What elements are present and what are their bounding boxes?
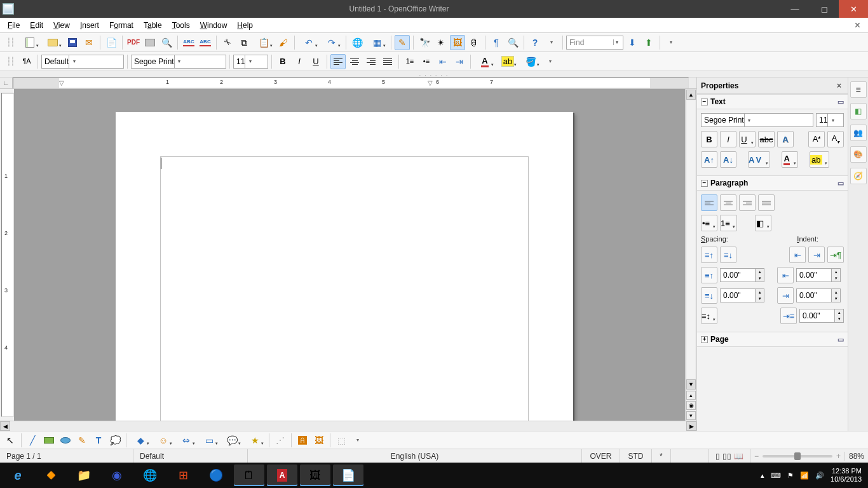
taskbar-photos-button[interactable]: 🖼	[300, 464, 330, 486]
stars-button[interactable]: ★	[244, 433, 266, 448]
italic-button[interactable]: I	[292, 54, 307, 69]
navigation-menu-button[interactable]: ◉	[686, 401, 696, 410]
properties-close-button[interactable]: ×	[834, 81, 844, 90]
help-button[interactable]: ?	[527, 35, 543, 50]
above-spacing-input[interactable]: ▴▾	[720, 268, 764, 282]
callouts-menu-button[interactable]: 💬	[221, 433, 243, 448]
panel-char-spacing-button[interactable]: AV	[748, 151, 770, 168]
paragraph-style-combo[interactable]: Default ▾	[41, 55, 124, 69]
nonprinting-chars-button[interactable]: ¶	[489, 35, 504, 50]
insert-table-button[interactable]: ▦	[366, 35, 388, 50]
page[interactable]	[116, 112, 573, 421]
panel-italic-button[interactable]: I	[720, 131, 736, 147]
find-prev-button[interactable]: ⬇	[625, 35, 640, 50]
document-close-button[interactable]: ×	[850, 20, 865, 31]
panel-underline-button[interactable]: U	[739, 131, 756, 147]
find-next-button[interactable]: ⬆	[641, 35, 656, 50]
next-page-nav-button[interactable]: ▾	[686, 411, 696, 420]
taskbar-ie-button[interactable]: e	[3, 464, 33, 486]
redo-button[interactable]: ↷	[321, 35, 342, 50]
toolbar-overflow-button[interactable]: ▾	[663, 35, 679, 50]
taskbar-notes-button[interactable]: 🗒	[234, 464, 264, 486]
panel-font-color-button[interactable]: A	[782, 151, 798, 168]
page-viewport[interactable]	[14, 89, 685, 421]
section-page-header[interactable]: + Page ▭	[697, 332, 848, 347]
increase-spacing-button[interactable]: ≡↑	[701, 247, 717, 263]
menu-edit[interactable]: Edit	[25, 19, 48, 32]
decrease-indent-button[interactable]: ⇤	[435, 54, 451, 69]
styles-window-button[interactable]: ¶A	[19, 54, 34, 69]
edit-file-button[interactable]: 📄	[104, 35, 119, 50]
prev-page-nav-button[interactable]: ▴	[686, 391, 696, 400]
numbered-list-button[interactable]: 1≡	[402, 54, 417, 69]
keyboard-icon[interactable]: ⌨	[771, 471, 781, 480]
flowchart-button[interactable]: ▭	[198, 433, 220, 448]
scroll-right-button[interactable]: ▶	[686, 421, 696, 431]
menu-help[interactable]: Help	[232, 19, 258, 32]
action-center-icon[interactable]: ⚑	[787, 471, 794, 480]
toolbar-overflow-button[interactable]: ▾	[543, 54, 558, 69]
toolbar-overflow-button[interactable]: ▾	[350, 433, 365, 448]
volume-icon[interactable]: 🔊	[815, 471, 824, 480]
open-button[interactable]	[42, 35, 64, 50]
panel-align-justify-button[interactable]	[758, 194, 775, 211]
sidebar-navigator-tab[interactable]: 🧭	[850, 168, 867, 184]
panel-superscript-button[interactable]: A▴	[808, 131, 825, 147]
panel-align-left-button[interactable]	[701, 194, 717, 211]
background-color-button[interactable]: 🪣	[520, 54, 541, 69]
status-style[interactable]: Default	[133, 449, 248, 463]
line-spacing-button[interactable]: ≡↕	[701, 308, 717, 324]
undo-button[interactable]: ↶	[298, 35, 320, 50]
zoom-button[interactable]: 🔍	[505, 35, 520, 50]
status-language[interactable]: English (USA)	[248, 449, 582, 463]
menu-view[interactable]: View	[48, 19, 75, 32]
line-tool-button[interactable]: ╱	[25, 433, 40, 448]
symbol-shapes-button[interactable]: ☺	[153, 433, 174, 448]
increase-indent-button[interactable]: ⇥	[808, 247, 825, 263]
scroll-left-button[interactable]: ◀	[0, 421, 10, 431]
spellcheck-button[interactable]: ABC	[181, 35, 196, 50]
hanging-indent-button[interactable]: ⇥¶	[827, 247, 844, 263]
email-button[interactable]: ✉	[81, 35, 97, 50]
underline-button[interactable]: U	[308, 54, 323, 69]
scroll-track[interactable]	[10, 421, 686, 431]
panel-highlight-button[interactable]: ab	[810, 151, 829, 168]
basic-shapes-button[interactable]: ◆	[130, 433, 151, 448]
tray-expand-button[interactable]: ▴	[761, 471, 764, 480]
toolbar-grip[interactable]: ┆┆	[3, 35, 18, 50]
zoom-value[interactable]: 88%	[844, 452, 864, 461]
select-tool-button[interactable]: ↖	[3, 433, 18, 448]
taskbar-office-button[interactable]: ⊞	[168, 464, 198, 486]
right-indent-input[interactable]: ▴▾	[796, 288, 841, 302]
menu-window[interactable]: Window	[195, 19, 233, 32]
panel-numbered-list-button[interactable]: 1≡	[720, 215, 737, 231]
panel-bullet-list-button[interactable]: •≡	[701, 215, 717, 231]
status-signature[interactable]	[671, 449, 709, 463]
whats-this-button[interactable]: ▾	[544, 35, 559, 50]
taskbar-app2-button[interactable]: ◉	[102, 464, 132, 486]
find-toolbar-input[interactable]: Find ▾	[566, 36, 623, 50]
font-color-button[interactable]: A	[474, 54, 496, 69]
menu-format[interactable]: Format	[104, 19, 139, 32]
scroll-down-button[interactable]: ▼	[686, 379, 696, 390]
menu-insert[interactable]: Insert	[75, 19, 104, 32]
data-sources-button[interactable]: 🛢	[466, 35, 482, 50]
format-paintbrush-button[interactable]: 🖌	[276, 35, 291, 50]
panel-font-size-combo[interactable]: 11 ▾	[816, 113, 844, 127]
left-indent-input[interactable]: ▴▾	[796, 268, 841, 282]
window-close-button[interactable]: ✕	[839, 0, 868, 18]
scroll-track[interactable]	[687, 100, 695, 379]
panel-font-name-combo[interactable]: Segoe Print ▾	[701, 113, 813, 127]
fontwork-button[interactable]: 🅰	[295, 433, 310, 448]
vertical-ruler[interactable]: 1 2 3 4	[1, 93, 14, 417]
zoom-out-button[interactable]: −	[754, 452, 759, 461]
bullet-list-button[interactable]: •≡	[419, 54, 434, 69]
font-size-combo[interactable]: 11 ▾	[233, 55, 268, 69]
rectangle-tool-button[interactable]	[41, 433, 57, 448]
section-menu-icon[interactable]: ▭	[837, 336, 844, 344]
menu-file[interactable]: File	[3, 19, 25, 32]
toolbar-grip[interactable]: ┆┆	[3, 54, 18, 69]
menu-table[interactable]: Table	[139, 19, 167, 32]
font-name-combo[interactable]: Segoe Print ▾	[131, 55, 226, 69]
panel-grow-font-button[interactable]: A↑	[701, 151, 717, 168]
